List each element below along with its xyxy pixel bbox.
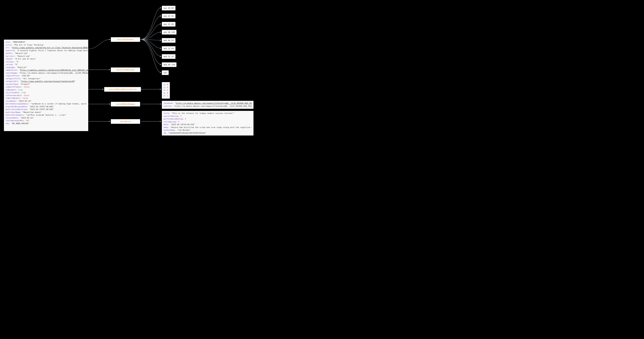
node-availablecodecs[interactable]: availableCodecs	[111, 37, 140, 42]
codec-item: aax_44_64	[162, 6, 176, 10]
social-media-images-box: facebook: "https://m.media-amazon.com/im…	[162, 101, 254, 109]
codec-item: aax_22_64	[162, 22, 176, 27]
social-facebook-link[interactable]: https://m.media-amazon.com/images/I/41vp…	[176, 102, 252, 104]
codec-item: mp4_44_128	[162, 62, 177, 67]
codec-item: mp4_22_32	[162, 54, 176, 59]
node-socialmediaimages[interactable]: socialMediaImages	[111, 102, 140, 106]
codec-item: aax_44_128	[162, 30, 177, 35]
node-overallratingdistribution[interactable]: overallRatingDistribution	[104, 87, 141, 92]
codec-item: aax	[162, 70, 169, 75]
diagram-canvas: asin: "B0BCSKQ65S" title: "The Art of Cl…	[0, 0, 258, 136]
overall-rating-distribution-box: 1: 0 2: 0 3: 0 4: 0 5: 1	[162, 82, 170, 99]
review-list-item-box: title: "This is the formula for todays m…	[162, 111, 254, 136]
root-url-link[interactable]: https://www.audible.com/pd/The-Art-of-Cl…	[12, 46, 88, 49]
root-data-box: asin: "B0BCSKQ65S" title: "The Art of Cl…	[4, 40, 88, 131]
codec-item: aax_22_32	[162, 14, 176, 18]
root-samplelink-link[interactable]: https://samples.audible.com/bk/aren/0062…	[20, 69, 88, 71]
codec-item: mp4_22_64	[162, 46, 176, 51]
node-editorialreviews[interactable]: editorialReviews	[111, 67, 140, 72]
root-categoryurl-link[interactable]: https://www.audible.com/newreleases?page…	[22, 80, 74, 82]
codec-item: mp4_44_64	[162, 38, 176, 43]
node-reviewlist[interactable]: reviewList	[111, 119, 140, 124]
